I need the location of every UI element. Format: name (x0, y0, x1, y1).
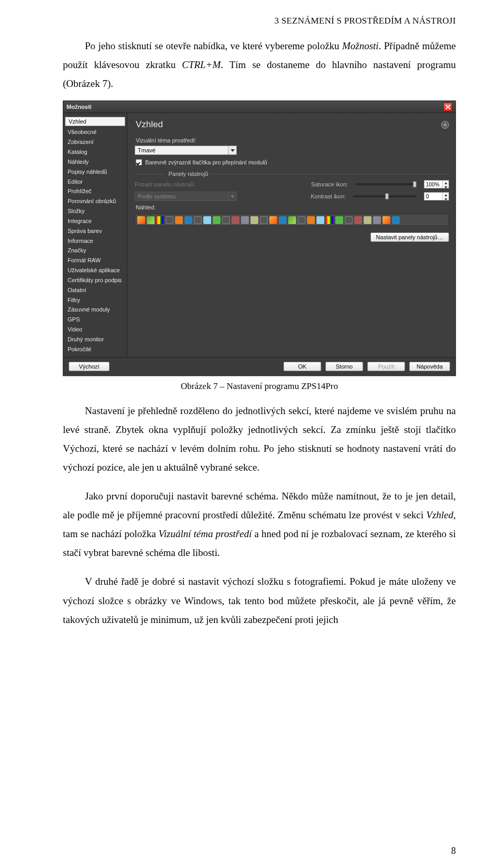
toolbar-bg-combo: Podle systému (135, 192, 237, 201)
toolbar-icon (213, 216, 221, 224)
preview-label: Náhled: (136, 204, 449, 210)
toolbar-icon (175, 216, 183, 224)
p1a: Po jeho stisknutí se otevře nabídka, ve … (85, 40, 342, 51)
toolbar-icon (232, 216, 239, 224)
theme-label: Vizuální téma prostředí: (136, 137, 449, 143)
sidebar-item[interactable]: Katalog (63, 147, 127, 157)
toolbar-icon (345, 216, 353, 224)
paragraph-1: Po jeho stisknutí se otevře nabídka, ve … (63, 37, 456, 93)
gear-icon[interactable] (441, 121, 449, 129)
toolbar-icon (203, 216, 211, 224)
options-dialog: Možnosti Vzhled Všeobecné Zobrazení Kata… (63, 101, 456, 375)
contrast-slider[interactable] (353, 195, 417, 197)
sidebar-item[interactable]: Popisy náhledů (63, 167, 127, 177)
sidebar-item[interactable]: Druhý monitor (63, 335, 127, 344)
sidebar-item[interactable]: Porovnání obrázků (63, 196, 127, 206)
toolbar-icon (260, 216, 268, 224)
sidebar-item[interactable]: Video (63, 325, 127, 335)
sidebar-item[interactable]: Zásuvné moduly (63, 305, 127, 315)
apply-button[interactable]: Použít (367, 362, 405, 371)
contrast-spin[interactable]: 0 (424, 192, 449, 201)
p3a: Jako první doporučuji nastavit barevné s… (63, 491, 456, 520)
sidebar-item[interactable]: Formát RAW (63, 255, 127, 265)
dialog-footer: Výchozí OK Storno Použít Nápověda (63, 357, 455, 375)
toolbar-icon (137, 216, 145, 224)
paragraph-4: V druhé řadě je dobré si nastavit výchoz… (63, 572, 456, 629)
toolbar-icon (316, 216, 324, 224)
p3i1: Vzhled (427, 509, 454, 520)
p4: V druhé řadě je dobré si nastavit výchoz… (63, 576, 456, 625)
help-button[interactable]: Nápověda (409, 362, 450, 371)
toolbar-icon (288, 216, 296, 224)
p3i2: Vizuální téma prostředí (159, 528, 252, 539)
toolbar-icon (250, 216, 258, 224)
running-header: 3 SEZNÁMENÍ S PROSTŘEDÍM A NÁSTROJI (63, 16, 456, 26)
saturation-label: Saturace ikon: (311, 181, 348, 187)
toolbar-bg-value: Podle systému (135, 193, 228, 199)
toolbar-icon (156, 216, 164, 224)
chevron-down-icon[interactable] (228, 146, 236, 154)
toolbar-icon (373, 216, 381, 224)
p2: Nastavení je přehledně rozděleno do jedn… (63, 405, 456, 473)
toolbar-icon (222, 216, 230, 224)
chevron-down-icon (228, 192, 236, 201)
sidebar-item[interactable]: Ostatní (63, 285, 127, 295)
p1i2: CTRL+M (182, 59, 221, 70)
toolbar-icon (194, 216, 202, 224)
highlight-checkbox-label: Barevně zvýraznit tlačítka pro přepínání… (145, 159, 267, 165)
figure-caption: Obrázek 7 – Nastavení programu ZPS14Pro (63, 381, 456, 392)
sidebar-item[interactable]: Editor (63, 177, 127, 187)
contrast-label: Kontrast ikon: (311, 193, 346, 199)
section-toolbars-label: Panely nástrojů (168, 171, 208, 177)
toolbar-icon (147, 216, 155, 224)
theme-combo[interactable]: Tmavé (135, 146, 237, 155)
sidebar-item[interactable]: Složky (63, 206, 127, 216)
sidebar-item[interactable]: Zobrazení (63, 137, 127, 147)
toolbar-icon (307, 216, 315, 224)
sidebar-item[interactable]: Uživatelské aplikace (63, 265, 127, 275)
toolbar-icon (392, 216, 400, 224)
toolbar-bg-label: Pozadí panelu nástrojů: (135, 181, 195, 187)
toolbar-icon (241, 216, 249, 224)
panel-heading: Vzhled (136, 119, 163, 130)
toolbar-icon (184, 216, 192, 224)
sidebar-item[interactable]: Integrace (63, 216, 127, 226)
options-main-panel: Vzhled Vizuální téma prostředí: Tmavé Ba… (127, 113, 455, 357)
sidebar-item[interactable]: Filtry (63, 295, 127, 305)
saturation-spin[interactable]: 100% (424, 180, 449, 188)
dialog-titlebar: Možnosti (63, 101, 455, 113)
sidebar-item[interactable]: Pokročilé (63, 344, 127, 354)
sidebar-item[interactable]: Značky (63, 246, 127, 255)
toolbar-icon (279, 216, 287, 224)
saturation-value: 100% (424, 182, 442, 187)
sidebar-item[interactable]: Informace (63, 236, 127, 246)
sidebar-item[interactable]: GPS (63, 315, 127, 325)
theme-value: Tmavé (135, 147, 228, 153)
toolbar-icon (326, 216, 334, 224)
sidebar-item[interactable]: Náhledy (63, 157, 127, 167)
dialog-title: Možnosti (67, 104, 443, 110)
set-toolbars-button[interactable]: Nastavit panely nástrojů… (370, 232, 449, 242)
ok-button[interactable]: OK (283, 362, 321, 371)
paragraph-3: Jako první doporučuji nastavit barevné s… (63, 487, 456, 562)
section-separator: Panely nástrojů (135, 171, 449, 177)
sidebar-item[interactable]: Správa barev (63, 226, 127, 236)
toolbar-icon (269, 216, 277, 224)
toolbar-icon (166, 216, 173, 224)
sidebar-item[interactable]: Certifikáty pro podpis (63, 275, 127, 285)
page-number: 8 (451, 845, 456, 856)
highlight-checkbox[interactable] (136, 159, 142, 165)
sidebar-item[interactable]: Prohlížeč (63, 186, 127, 196)
toolbar-icon (335, 216, 343, 224)
cancel-button[interactable]: Storno (325, 362, 363, 371)
default-button[interactable]: Výchozí (69, 362, 110, 371)
toolbar-icon (382, 216, 390, 224)
toolbar-icon (298, 216, 305, 224)
toolbar-icon (354, 216, 362, 224)
sidebar-item[interactable]: Všeobecné (63, 127, 127, 137)
sidebar: Vzhled Všeobecné Zobrazení Katalog Náhle… (63, 113, 127, 357)
sidebar-item-selected[interactable]: Vzhled (65, 117, 125, 126)
toolbar-icon (364, 216, 371, 224)
saturation-slider[interactable] (355, 183, 417, 185)
close-icon[interactable] (443, 103, 452, 112)
